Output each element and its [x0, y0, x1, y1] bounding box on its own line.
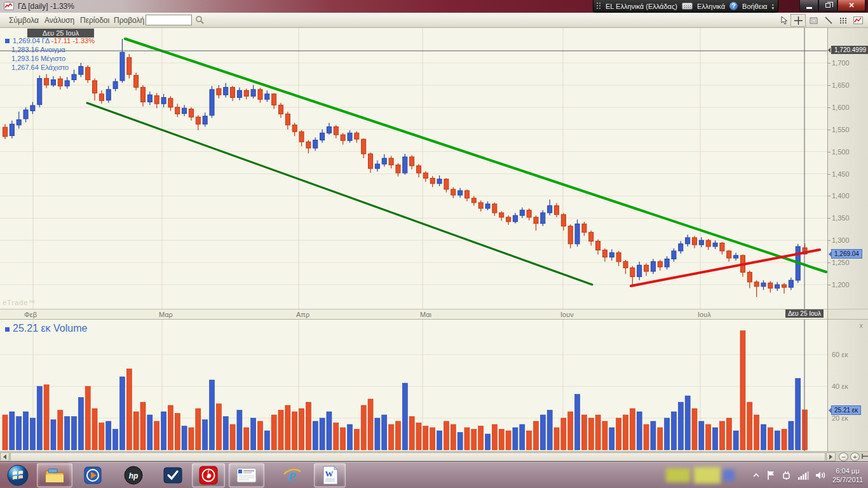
title-bar[interactable]: ΓΔ [daily] -1.33% EL Ελληνικά (Ελλάδας) … — [0, 0, 868, 13]
crosshair-tool-icon[interactable] — [790, 14, 806, 27]
scroll-right-button[interactable] — [826, 452, 836, 461]
candle — [437, 179, 442, 184]
taskbar-app-explorer[interactable] — [37, 463, 72, 487]
minimize-button[interactable] — [799, 0, 818, 11]
month-label: Απρ — [296, 311, 309, 318]
candle — [44, 78, 49, 85]
action-center-flag-icon[interactable] — [766, 470, 775, 480]
candle — [747, 272, 752, 281]
volume-bar — [527, 431, 532, 450]
candle — [127, 58, 132, 75]
scroll-left-button[interactable] — [0, 452, 10, 461]
taskbar-app-chart-window[interactable] — [229, 463, 264, 487]
show-hidden-icons-button[interactable] — [752, 473, 760, 478]
volume-bar — [782, 430, 787, 451]
fit-width-icon[interactable] — [862, 452, 868, 461]
candle — [720, 243, 724, 251]
volume-bar — [65, 417, 70, 451]
candle — [693, 238, 697, 245]
keyboard-layout-label[interactable]: Ελληνικά — [697, 3, 725, 10]
search-input[interactable] — [146, 15, 192, 25]
candle — [430, 178, 435, 183]
volume-bar — [119, 377, 125, 450]
volume-bar — [747, 402, 752, 450]
zoom-out-button[interactable]: − — [839, 452, 848, 461]
clock-date: 25/7/2011 — [832, 475, 863, 484]
taskbar-app-media-player[interactable] — [79, 463, 107, 487]
volume-bar — [706, 424, 711, 450]
volume-bar — [175, 414, 180, 451]
volume-bar — [51, 420, 56, 451]
pointer-tool-icon[interactable] — [776, 14, 792, 27]
grid-tool-icon[interactable] — [836, 14, 851, 27]
zoom-in-button[interactable]: + — [850, 452, 860, 461]
volume-bar — [44, 385, 49, 451]
volume-bar — [768, 428, 773, 450]
candle — [609, 253, 614, 257]
candle — [224, 87, 228, 95]
scrollbar-thumb[interactable] — [10, 452, 825, 461]
month-label: Μαρ — [159, 311, 173, 318]
menu-item-view[interactable]: Προβολή — [107, 13, 151, 27]
taskbar-app-check[interactable] — [159, 463, 187, 487]
axis-tick — [828, 85, 831, 86]
taskbar-app-vodafone[interactable] — [192, 463, 225, 487]
network-signal-icon[interactable] — [797, 471, 809, 480]
candle — [555, 206, 559, 215]
help-icon[interactable]: ? — [729, 2, 738, 10]
candle — [658, 262, 662, 267]
volume-close-button[interactable]: x — [860, 322, 864, 329]
axis-tick — [828, 218, 831, 219]
candle — [596, 241, 600, 250]
volume-bar — [264, 431, 269, 450]
close-button[interactable]: ✕ — [837, 0, 865, 11]
region-tool-icon[interactable] — [806, 14, 821, 27]
language-bar-options-icon[interactable]: ▪▾ — [771, 3, 774, 10]
candle — [10, 124, 14, 135]
candle — [582, 224, 587, 232]
volume-bar — [485, 434, 491, 450]
volume-bar — [203, 420, 208, 451]
candle — [348, 133, 352, 140]
candle — [761, 283, 766, 287]
clock[interactable]: 6:04 μμ 25/7/2011 — [832, 466, 863, 484]
candle — [713, 243, 717, 247]
volume-bar — [354, 430, 359, 451]
restore-button[interactable] — [818, 0, 837, 11]
help-label[interactable]: Βοήθεια — [742, 3, 767, 10]
trendline-tool-icon[interactable] — [821, 14, 836, 27]
price-chart[interactable]: Δευ 25 Ιουλ 1,269.04 ΓΔ -17.11 -1.33% 1,… — [0, 28, 827, 309]
volume-bar — [665, 418, 670, 450]
volume-bar — [320, 418, 325, 450]
volume-bar — [616, 418, 621, 450]
axis-tick — [828, 285, 831, 285]
power-icon[interactable] — [782, 470, 791, 480]
volume-speaker-icon[interactable] — [815, 471, 826, 480]
candle — [644, 265, 649, 271]
candle — [734, 255, 738, 258]
chart-tool-icon[interactable] — [850, 14, 865, 27]
start-button[interactable] — [4, 463, 32, 487]
search-icon[interactable] — [195, 15, 205, 25]
keyboard-icon[interactable] — [682, 3, 693, 10]
candle — [527, 210, 531, 217]
axis-tick — [828, 174, 831, 175]
candle — [789, 280, 793, 287]
language-bar[interactable]: EL Ελληνικά (Ελλάδας) Ελληνικά ? Βοήθεια… — [593, 0, 778, 13]
volume-bar — [423, 426, 428, 451]
candle — [623, 262, 628, 268]
taskbar-app-hp[interactable]: hp — [119, 463, 147, 487]
volume-bar — [133, 412, 139, 450]
volume-bar — [161, 412, 166, 450]
volume-bar — [533, 421, 538, 450]
taskbar-app-internet-explorer[interactable]: e — [278, 463, 306, 487]
candle — [217, 88, 221, 95]
taskbar-app-word[interactable]: W — [314, 463, 346, 487]
volume-bar — [113, 430, 118, 451]
volume-chart[interactable]: 25.21 εκ Volume — [0, 320, 827, 451]
language-indicator[interactable]: EL Ελληνικά (Ελλάδας) — [606, 3, 677, 10]
svg-text:hp: hp — [129, 471, 139, 480]
candle — [665, 259, 669, 268]
candle — [306, 142, 311, 148]
language-bar-grip[interactable] — [596, 2, 601, 10]
